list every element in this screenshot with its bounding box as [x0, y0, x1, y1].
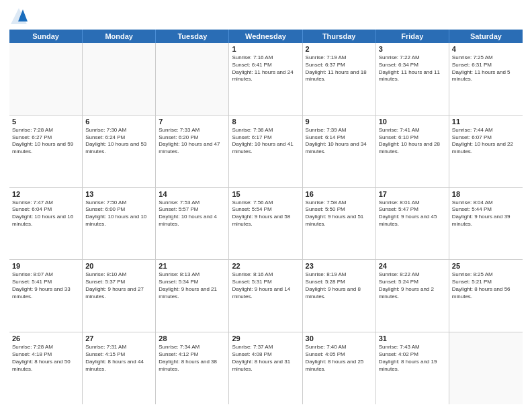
cell-info: Sunrise: 7:30 AMSunset: 6:24 PMDaylight:…	[85, 127, 152, 156]
header-sunday: Sunday	[9, 30, 83, 43]
day-number: 23	[306, 262, 373, 270]
calendar-cell: 9Sunrise: 7:39 AMSunset: 6:14 PMDaylight…	[303, 116, 376, 187]
calendar-cell: 30Sunrise: 7:40 AMSunset: 4:05 PMDayligh…	[303, 332, 376, 404]
calendar-cell: 3Sunrise: 7:22 AMSunset: 6:34 PMDaylight…	[376, 43, 449, 115]
cell-info: Sunrise: 7:44 AMSunset: 6:07 PMDaylight:…	[452, 127, 520, 156]
logo-icon	[9, 7, 28, 26]
calendar-cell: 17Sunrise: 8:01 AMSunset: 5:47 PMDayligh…	[376, 188, 449, 260]
day-number: 1	[232, 45, 299, 53]
cell-info: Sunrise: 7:25 AMSunset: 6:31 PMDaylight:…	[452, 54, 520, 83]
day-number: 20	[85, 262, 152, 270]
cell-info: Sunrise: 7:33 AMSunset: 6:20 PMDaylight:…	[159, 127, 226, 156]
calendar-cell: 4Sunrise: 7:25 AMSunset: 6:31 PMDaylight…	[449, 43, 523, 115]
day-number: 19	[12, 262, 79, 270]
calendar-cell: 27Sunrise: 7:31 AMSunset: 4:15 PMDayligh…	[83, 332, 156, 404]
cell-info: Sunrise: 7:34 AMSunset: 4:12 PMDaylight:…	[159, 344, 226, 373]
calendar-cell: 10Sunrise: 7:41 AMSunset: 6:10 PMDayligh…	[376, 116, 449, 187]
day-number: 3	[379, 45, 446, 53]
calendar-cell	[156, 43, 229, 115]
header-saturday: Saturday	[449, 30, 523, 43]
calendar-cell: 16Sunrise: 7:58 AMSunset: 5:50 PMDayligh…	[303, 188, 376, 260]
day-number: 12	[12, 190, 79, 198]
cell-info: Sunrise: 8:16 AMSunset: 5:31 PMDaylight:…	[232, 271, 299, 300]
day-number: 17	[379, 190, 446, 198]
cell-info: Sunrise: 7:43 AMSunset: 4:02 PMDaylight:…	[379, 344, 446, 373]
day-number: 25	[452, 262, 520, 270]
day-number: 22	[232, 262, 299, 270]
calendar-cell: 29Sunrise: 7:37 AMSunset: 4:08 PMDayligh…	[229, 332, 302, 404]
calendar: Sunday Monday Tuesday Wednesday Thursday…	[9, 30, 523, 404]
day-number: 10	[379, 118, 446, 126]
cell-info: Sunrise: 7:28 AMSunset: 6:27 PMDaylight:…	[12, 127, 79, 156]
cell-info: Sunrise: 7:16 AMSunset: 6:41 PMDaylight:…	[232, 54, 299, 83]
day-number: 5	[12, 118, 79, 126]
calendar-cell: 19Sunrise: 8:07 AMSunset: 5:41 PMDayligh…	[9, 260, 83, 332]
cell-info: Sunrise: 7:40 AMSunset: 4:05 PMDaylight:…	[306, 344, 373, 373]
cell-info: Sunrise: 8:04 AMSunset: 5:44 PMDaylight:…	[452, 199, 520, 228]
calendar-cell	[9, 43, 83, 115]
cell-info: Sunrise: 7:50 AMSunset: 6:00 PMDaylight:…	[85, 199, 152, 228]
cell-info: Sunrise: 8:10 AMSunset: 5:37 PMDaylight:…	[85, 271, 152, 300]
calendar-week-1: 1Sunrise: 7:16 AMSunset: 6:41 PMDaylight…	[9, 43, 523, 116]
day-number: 31	[379, 334, 446, 342]
calendar-cell: 8Sunrise: 7:36 AMSunset: 6:17 PMDaylight…	[229, 116, 302, 187]
day-number: 6	[85, 118, 152, 126]
calendar-cell: 21Sunrise: 8:13 AMSunset: 5:34 PMDayligh…	[156, 260, 229, 332]
cell-info: Sunrise: 7:22 AMSunset: 6:34 PMDaylight:…	[379, 54, 446, 83]
calendar-cell: 18Sunrise: 8:04 AMSunset: 5:44 PMDayligh…	[449, 188, 523, 260]
calendar-cell: 1Sunrise: 7:16 AMSunset: 6:41 PMDaylight…	[229, 43, 302, 115]
cell-info: Sunrise: 7:47 AMSunset: 6:04 PMDaylight:…	[12, 199, 79, 228]
calendar-week-2: 5Sunrise: 7:28 AMSunset: 6:27 PMDaylight…	[9, 116, 523, 188]
calendar-week-4: 19Sunrise: 8:07 AMSunset: 5:41 PMDayligh…	[9, 260, 523, 332]
calendar-cell: 7Sunrise: 7:33 AMSunset: 6:20 PMDaylight…	[156, 116, 229, 187]
calendar-cell	[83, 43, 156, 115]
day-number: 11	[452, 118, 520, 126]
calendar-cell: 12Sunrise: 7:47 AMSunset: 6:04 PMDayligh…	[9, 188, 83, 260]
header-monday: Monday	[83, 30, 156, 43]
cell-info: Sunrise: 7:41 AMSunset: 6:10 PMDaylight:…	[379, 127, 446, 156]
day-number: 21	[159, 262, 226, 270]
cell-info: Sunrise: 7:28 AMSunset: 4:18 PMDaylight:…	[12, 344, 79, 373]
day-number: 15	[232, 190, 299, 198]
day-number: 24	[379, 262, 446, 270]
day-number: 27	[85, 334, 152, 342]
calendar-cell: 26Sunrise: 7:28 AMSunset: 4:18 PMDayligh…	[9, 332, 83, 404]
header-wednesday: Wednesday	[229, 30, 302, 43]
cell-info: Sunrise: 7:39 AMSunset: 6:14 PMDaylight:…	[306, 127, 373, 156]
cell-info: Sunrise: 8:13 AMSunset: 5:34 PMDaylight:…	[159, 271, 226, 300]
calendar-cell: 2Sunrise: 7:19 AMSunset: 6:37 PMDaylight…	[303, 43, 376, 115]
day-number: 14	[159, 190, 226, 198]
day-number: 28	[159, 334, 226, 342]
day-number: 13	[85, 190, 152, 198]
day-number: 29	[232, 334, 299, 342]
calendar-cell: 25Sunrise: 8:25 AMSunset: 5:21 PMDayligh…	[449, 260, 523, 332]
cell-info: Sunrise: 7:37 AMSunset: 4:08 PMDaylight:…	[232, 344, 299, 373]
header	[9, 7, 523, 26]
day-number: 7	[159, 118, 226, 126]
calendar-week-5: 26Sunrise: 7:28 AMSunset: 4:18 PMDayligh…	[9, 332, 523, 404]
calendar-body: 1Sunrise: 7:16 AMSunset: 6:41 PMDaylight…	[9, 43, 523, 404]
cell-info: Sunrise: 7:58 AMSunset: 5:50 PMDaylight:…	[306, 199, 373, 228]
calendar-cell: 31Sunrise: 7:43 AMSunset: 4:02 PMDayligh…	[376, 332, 449, 404]
cell-info: Sunrise: 8:22 AMSunset: 5:24 PMDaylight:…	[379, 271, 446, 300]
day-number: 18	[452, 190, 520, 198]
day-number: 8	[232, 118, 299, 126]
calendar-container: Sunday Monday Tuesday Wednesday Thursday…	[0, 0, 532, 411]
calendar-cell: 23Sunrise: 8:19 AMSunset: 5:28 PMDayligh…	[303, 260, 376, 332]
calendar-week-3: 12Sunrise: 7:47 AMSunset: 6:04 PMDayligh…	[9, 188, 523, 261]
day-number: 2	[306, 45, 373, 53]
calendar-cell: 28Sunrise: 7:34 AMSunset: 4:12 PMDayligh…	[156, 332, 229, 404]
cell-info: Sunrise: 8:19 AMSunset: 5:28 PMDaylight:…	[306, 271, 373, 300]
day-number: 30	[306, 334, 373, 342]
cell-info: Sunrise: 7:56 AMSunset: 5:54 PMDaylight:…	[232, 199, 299, 228]
cell-info: Sunrise: 8:25 AMSunset: 5:21 PMDaylight:…	[452, 271, 520, 300]
calendar-cell: 22Sunrise: 8:16 AMSunset: 5:31 PMDayligh…	[229, 260, 302, 332]
calendar-cell: 24Sunrise: 8:22 AMSunset: 5:24 PMDayligh…	[376, 260, 449, 332]
cell-info: Sunrise: 7:19 AMSunset: 6:37 PMDaylight:…	[306, 54, 373, 83]
calendar-cell: 15Sunrise: 7:56 AMSunset: 5:54 PMDayligh…	[229, 188, 302, 260]
day-number: 4	[452, 45, 520, 53]
calendar-header: Sunday Monday Tuesday Wednesday Thursday…	[9, 30, 523, 43]
header-thursday: Thursday	[303, 30, 376, 43]
calendar-cell: 14Sunrise: 7:53 AMSunset: 5:57 PMDayligh…	[156, 188, 229, 260]
day-number: 26	[12, 334, 79, 342]
